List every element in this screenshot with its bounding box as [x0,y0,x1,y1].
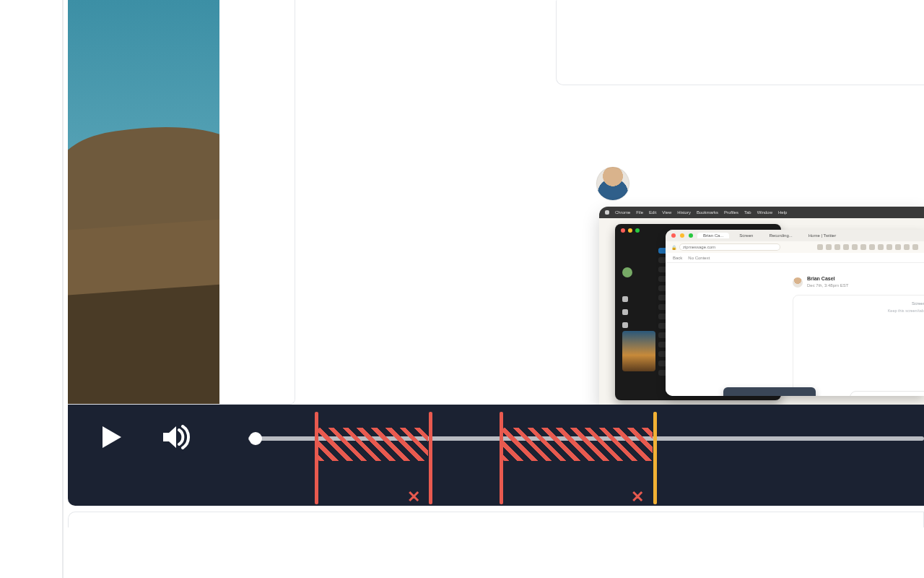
message-author: Brian Casel [807,276,835,281]
menu-item: View [662,210,671,215]
extension-icon [817,244,823,250]
apple-icon [605,210,609,215]
traffic-light-min-icon [680,233,684,238]
page-content: Brian Casel Dec 7th, 3:48pm EST Screen.r… [666,263,924,396]
traffic-light-close-icon [671,233,676,238]
region-end-handle[interactable] [653,412,657,504]
tab-strip: Brian Ca... Screen Recording... Home | T… [666,230,924,241]
address-bar: 🔒 zipmessage.com [666,241,924,253]
menu-item: Profiles [724,210,738,215]
toolbar-item: No Context [688,256,710,260]
delete-region-button[interactable]: ✕ [407,488,420,506]
macos-window-mock: Chrome File Edit View History Bookmarks … [599,207,924,405]
region-end-handle[interactable] [429,412,432,504]
region-start-handle[interactable] [315,412,318,504]
tab[interactable]: Home | Twitter [803,233,842,238]
menu-item: Window [757,210,772,215]
play-button[interactable] [101,425,123,449]
region-hatch [318,428,428,461]
tab[interactable]: Brian Ca... [697,233,729,238]
below-card [68,512,924,527]
chrome-window: Brian Ca... Screen Recording... Home | T… [666,230,924,396]
menu-item: Help [778,210,787,215]
menu-item: Edit [649,210,656,215]
message-avatar [793,277,803,288]
trim-region[interactable]: ✕ [500,412,657,504]
region-start-handle[interactable] [500,412,503,504]
avatar[interactable] [596,167,629,200]
menu-item: Tab [744,210,751,215]
volume-button[interactable] [162,424,191,450]
trim-region[interactable]: ✕ [315,412,432,504]
stage: Chrome File Edit View History Bookmarks … [0,0,924,578]
mini-avatar-icon [622,267,632,277]
url-field[interactable]: zipmessage.com [679,243,780,251]
tab[interactable]: Screen [733,233,759,238]
message-timestamp: Dec 7th, 3:48pm EST [807,283,848,288]
delete-region-button[interactable]: ✕ [631,488,644,506]
share-hint-brand: Screen.re [912,301,924,306]
menu-item: File [636,210,643,215]
playhead[interactable] [249,432,262,445]
lock-icon: 🔒 [671,245,676,250]
traffic-light-max-icon [689,233,693,238]
mountain-image [68,0,241,404]
column-divider [62,0,64,578]
message-card: Screen.re Keep this screen/tab o... [793,295,924,396]
tab[interactable]: Recording... [763,233,798,238]
menu-item: Chrome [615,210,630,215]
left-media-card [68,0,295,405]
share-hint-sub: Keep this screen/tab o... [888,309,924,313]
timeline[interactable]: ✕✕ [248,405,924,470]
region-hatch [503,428,653,461]
record-pill[interactable] [850,391,924,396]
toolbar-item: Back [673,256,682,260]
menu-item: Bookmarks [697,210,718,215]
editor-player-bar: ✕✕ [68,405,924,506]
menu-item: History [677,210,691,215]
top-right-card [556,0,924,85]
desktop-wallpaper-thumbnail [622,331,655,371]
dark-tooltip [723,387,816,396]
macos-menubar: Chrome File Edit View History Bookmarks … [599,207,924,218]
page-toolbar: Back No Context [666,253,924,263]
